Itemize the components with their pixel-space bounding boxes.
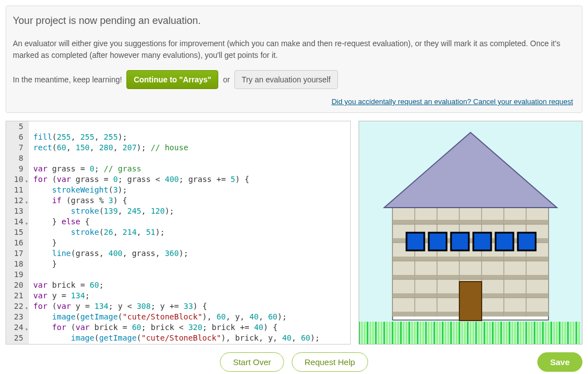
- svg-rect-83: [393, 220, 415, 224]
- svg-rect-147: [482, 293, 504, 298]
- svg-rect-139: [393, 293, 415, 298]
- svg-rect-117: [459, 257, 482, 261]
- code-line[interactable]: if (grass % 3) {: [33, 195, 320, 206]
- svg-rect-173: [459, 282, 482, 321]
- svg-rect-123: [526, 257, 548, 261]
- continue-button[interactable]: Continue to "Arrays": [126, 70, 218, 89]
- svg-rect-127: [415, 275, 437, 279]
- line-number: 13: [14, 206, 23, 216]
- svg-rect-155: [415, 312, 437, 316]
- svg-rect-115: [437, 257, 459, 261]
- code-line[interactable]: }: [33, 238, 320, 248]
- svg-rect-125: [393, 275, 415, 279]
- code-editor[interactable]: 5678910111213141516171819202122232425 fi…: [6, 121, 351, 345]
- line-number: 8: [14, 153, 23, 164]
- line-number: 21: [14, 291, 23, 301]
- banner-or: or: [223, 75, 229, 84]
- start-over-button[interactable]: Start Over: [220, 352, 283, 372]
- svg-rect-153: [393, 312, 415, 316]
- save-button[interactable]: Save: [537, 352, 582, 372]
- svg-rect-131: [459, 275, 482, 279]
- line-number: 18: [14, 259, 23, 269]
- line-number: 9: [14, 164, 23, 174]
- cancel-evaluation-link[interactable]: Did you accidentally request an evaluati…: [331, 97, 573, 106]
- svg-rect-89: [459, 220, 482, 224]
- line-number: 6: [14, 132, 23, 142]
- line-number: 19: [14, 269, 23, 280]
- line-number: 7: [14, 142, 23, 153]
- banner-title: Your project is now pending an evaluatio…: [13, 15, 573, 27]
- svg-rect-143: [437, 293, 459, 298]
- code-line[interactable]: image(getImage("cute/StoneBlock"), brick…: [33, 333, 320, 343]
- line-number: 10: [14, 174, 23, 185]
- code-line[interactable]: var brick = 60;: [33, 280, 320, 291]
- line-number: 16: [14, 238, 23, 248]
- svg-rect-168: [429, 233, 447, 250]
- svg-rect-119: [482, 257, 504, 261]
- svg-rect-149: [504, 293, 526, 298]
- line-number: 12: [14, 195, 23, 206]
- line-number: 24: [14, 322, 23, 333]
- banner-meantime: In the meantime, keep learning!: [13, 75, 122, 84]
- svg-rect-161: [482, 312, 504, 316]
- svg-rect-163: [504, 312, 526, 316]
- code-line[interactable]: } else {: [33, 216, 320, 227]
- svg-rect-165: [526, 312, 548, 316]
- evaluation-banner: Your project is now pending an evaluatio…: [6, 6, 582, 113]
- request-help-button[interactable]: Request Help: [292, 352, 368, 372]
- line-number: 11: [14, 185, 23, 195]
- workspace: 5678910111213141516171819202122232425 fi…: [6, 121, 582, 345]
- svg-rect-169: [451, 233, 469, 250]
- svg-rect-135: [504, 275, 526, 279]
- code-line[interactable]: for (var brick = 60; brick < 320; brick …: [33, 322, 320, 333]
- svg-rect-157: [437, 312, 459, 316]
- banner-text: An evaluator will either give you sugges…: [13, 38, 573, 61]
- code-content[interactable]: fill(255, 255, 255);rect(60, 150, 280, 2…: [29, 121, 324, 344]
- svg-rect-93: [504, 220, 526, 224]
- code-line[interactable]: for (var grass = 0; grass < 400; grass +…: [33, 174, 320, 185]
- line-number: 23: [14, 312, 23, 322]
- code-line[interactable]: var y = 134;: [33, 291, 320, 301]
- svg-rect-167: [406, 233, 424, 250]
- code-line[interactable]: }: [33, 259, 320, 269]
- code-line[interactable]: line(grass, 400, grass, 360);: [33, 248, 320, 259]
- svg-rect-91: [482, 220, 504, 224]
- code-line[interactable]: rect(60, 150, 280, 207); // house: [33, 142, 320, 153]
- code-line[interactable]: for (var y = 134; y < 308; y += 33) {: [33, 301, 320, 312]
- output-canvas: [359, 121, 582, 345]
- code-line[interactable]: stroke(26, 214, 51);: [33, 227, 320, 238]
- code-line[interactable]: image(getImage("cute/StoneBlock"), 60, y…: [33, 312, 320, 322]
- line-number: 22: [14, 301, 23, 312]
- try-evaluation-button[interactable]: Try an evaluation yourself: [234, 70, 338, 89]
- line-number: 15: [14, 227, 23, 238]
- line-gutter: 5678910111213141516171819202122232425: [6, 121, 29, 344]
- banner-actions: In the meantime, keep learning! Continue…: [13, 70, 573, 89]
- svg-rect-87: [437, 220, 459, 224]
- line-number: 20: [14, 280, 23, 291]
- svg-rect-141: [415, 293, 437, 298]
- svg-rect-111: [393, 257, 415, 261]
- svg-rect-137: [526, 275, 548, 279]
- code-line[interactable]: stroke(139, 245, 120);: [33, 206, 320, 216]
- svg-rect-151: [526, 293, 548, 298]
- svg-rect-170: [473, 233, 491, 250]
- code-line[interactable]: [33, 153, 320, 164]
- svg-rect-133: [482, 275, 504, 279]
- code-line[interactable]: [33, 121, 320, 132]
- svg-rect-172: [518, 233, 536, 250]
- code-line[interactable]: fill(255, 255, 255);: [33, 132, 320, 142]
- bottom-bar: Start Over Request Help Save: [6, 352, 582, 372]
- code-line[interactable]: var grass = 0; // grass: [33, 164, 320, 174]
- svg-rect-121: [504, 257, 526, 261]
- svg-rect-113: [415, 257, 437, 261]
- line-number: 25: [14, 333, 23, 343]
- svg-rect-171: [496, 233, 513, 250]
- line-number: 17: [14, 248, 23, 259]
- line-number: 14: [14, 216, 23, 227]
- svg-rect-95: [526, 220, 548, 224]
- code-line[interactable]: [33, 269, 320, 280]
- line-number: 5: [14, 121, 23, 132]
- code-line[interactable]: strokeWeight(3);: [33, 185, 320, 195]
- svg-rect-129: [437, 275, 459, 279]
- svg-rect-85: [415, 220, 437, 224]
